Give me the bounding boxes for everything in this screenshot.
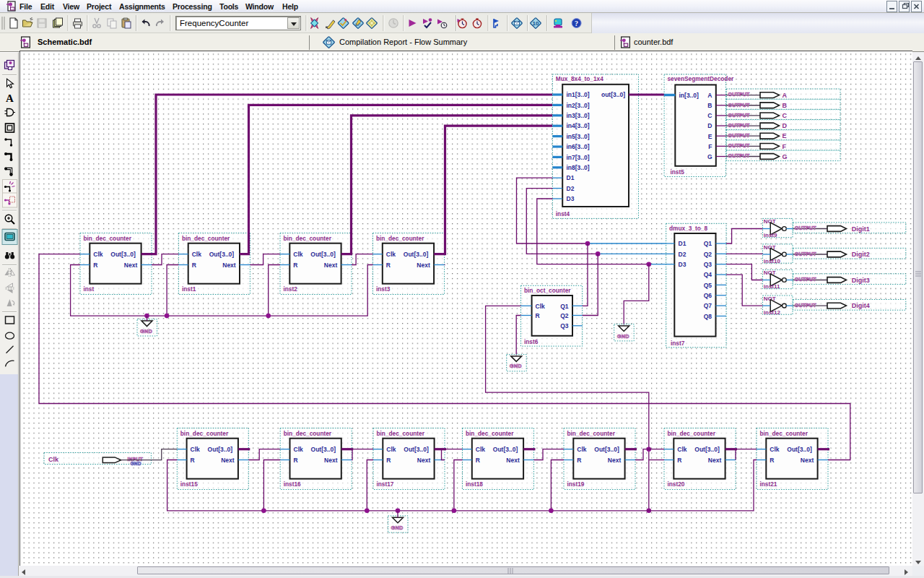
svg-text:Out[3..0]: Out[3..0] <box>694 446 720 453</box>
svg-text:inst19: inst19 <box>567 480 585 488</box>
svg-text:bin_dec_counter: bin_dec_counter <box>760 430 808 437</box>
svg-text:Next: Next <box>417 457 431 464</box>
svg-text:OUTPUT: OUTPUT <box>728 113 751 118</box>
svg-text:Clk: Clk <box>677 446 687 453</box>
svg-text:Out[3..0]: Out[3..0] <box>404 251 429 258</box>
svg-text:Next: Next <box>324 262 338 269</box>
svg-text:Clk: Clk <box>93 251 103 258</box>
svg-text:Digit1: Digit1 <box>852 225 870 233</box>
svg-text:A: A <box>783 92 788 99</box>
svg-text:OUTPUT: OUTPUT <box>795 251 817 256</box>
svg-text:OUTPUT: OUTPUT <box>728 92 751 97</box>
svg-text:Next: Next <box>324 457 338 464</box>
svg-text:Mux_8x4_to_1x4: Mux_8x4_to_1x4 <box>556 75 603 82</box>
svg-text:Next: Next <box>801 457 814 464</box>
svg-text:inst11: inst11 <box>764 283 780 290</box>
svg-text:OUTPUT: OUTPUT <box>728 153 751 158</box>
svg-text:G: G <box>783 153 788 160</box>
svg-text:Digit2: Digit2 <box>852 251 870 258</box>
svg-text:bin_dec_counter: bin_dec_counter <box>284 430 332 437</box>
svg-text:Out[3..0]: Out[3..0] <box>493 446 518 453</box>
svg-text:Digit4: Digit4 <box>852 302 870 309</box>
svg-text:NOT: NOT <box>764 218 776 225</box>
svg-text:D: D <box>707 122 712 129</box>
svg-text:D3: D3 <box>567 195 575 202</box>
svg-text:sevenSegmentDecoder: sevenSegmentDecoder <box>668 75 735 82</box>
svg-text:F: F <box>783 143 787 150</box>
svg-text:inst17: inst17 <box>377 480 394 488</box>
svg-text:F: F <box>708 143 712 150</box>
svg-text:R: R <box>577 457 581 464</box>
svg-text:B: B <box>707 102 712 109</box>
svg-text:inst4: inst4 <box>556 210 570 217</box>
svg-text:inst10: inst10 <box>764 258 781 264</box>
svg-text:Q1: Q1 <box>560 303 569 310</box>
svg-text:GND: GND <box>140 328 152 335</box>
svg-text:bin_dec_counter: bin_dec_counter <box>668 430 716 437</box>
svg-text:R: R <box>536 312 540 319</box>
svg-text:Digit3: Digit3 <box>852 277 870 284</box>
svg-text:?: ? <box>575 20 578 27</box>
svg-text:NOT: NOT <box>764 244 776 251</box>
svg-text:Next: Next <box>417 262 430 269</box>
svg-text:in7[3..0]: in7[3..0] <box>567 154 590 161</box>
svg-text:OUTPUT: OUTPUT <box>795 225 817 230</box>
svg-text:bin_dec_counter: bin_dec_counter <box>377 430 425 437</box>
svg-text:D1: D1 <box>567 174 575 181</box>
svg-text:B: B <box>783 102 788 109</box>
svg-text:bin_dec_counter: bin_dec_counter <box>180 430 229 437</box>
svg-text:Clk: Clk <box>294 446 304 453</box>
svg-text:Q5: Q5 <box>704 282 712 289</box>
svg-text:Out[3..0]: Out[3..0] <box>110 251 136 258</box>
svg-text:dmux_3_to_8: dmux_3_to_8 <box>669 225 707 232</box>
svg-text:out[3..0]: out[3..0] <box>601 91 625 98</box>
svg-text:inst12: inst12 <box>764 309 781 316</box>
svg-text:E: E <box>783 132 787 139</box>
svg-text:Clk: Clk <box>536 303 546 310</box>
svg-text:bin_dec_counter: bin_dec_counter <box>182 235 230 242</box>
svg-text:Q6: Q6 <box>704 292 712 299</box>
svg-text:in1[3..0]: in1[3..0] <box>567 91 590 98</box>
svg-text:inst1: inst1 <box>182 285 196 293</box>
svg-text:in6[3..0]: in6[3..0] <box>567 143 590 150</box>
svg-text:Next: Next <box>222 262 236 269</box>
svg-text:inst7: inst7 <box>671 340 685 347</box>
svg-text:Clk: Clk <box>293 251 303 258</box>
svg-text:A: A <box>707 92 712 99</box>
svg-text:OUTPUT: OUTPUT <box>728 123 751 128</box>
svg-text:Next: Next <box>221 457 235 464</box>
svg-text:A: A <box>6 92 14 104</box>
svg-text:GND: GND <box>617 333 629 340</box>
svg-text:10: 10 <box>533 20 539 27</box>
svg-text:Out[3..0]: Out[3..0] <box>787 446 812 453</box>
svg-text:OUTPUT: OUTPUT <box>728 133 751 138</box>
svg-text:R: R <box>386 262 391 269</box>
svg-text:NOT: NOT <box>764 296 776 302</box>
svg-text:Out[3..0]: Out[3..0] <box>594 446 619 453</box>
svg-text:D2: D2 <box>567 185 575 192</box>
svg-text:R: R <box>293 262 297 269</box>
svg-text:Next: Next <box>708 457 722 464</box>
svg-text:E: E <box>708 133 712 140</box>
svg-text:Q7: Q7 <box>704 302 712 309</box>
svg-text:R: R <box>677 457 681 464</box>
svg-text:C: C <box>707 112 712 119</box>
svg-text:inst21: inst21 <box>760 480 777 488</box>
svg-text:inst20: inst20 <box>668 480 685 488</box>
svg-text:GND: GND <box>510 363 522 369</box>
svg-text:R: R <box>191 457 195 464</box>
svg-text:Clk: Clk <box>577 446 587 453</box>
svg-text:R: R <box>93 262 97 269</box>
svg-text:C: C <box>783 112 788 119</box>
svg-text:G: G <box>707 153 712 160</box>
svg-text:inst2: inst2 <box>284 285 298 293</box>
svg-text:Next: Next <box>608 457 622 464</box>
svg-text:D3: D3 <box>679 261 687 268</box>
svg-text:Q2: Q2 <box>704 251 712 258</box>
svg-text:OUTPUT: OUTPUT <box>795 277 817 282</box>
svg-text:R: R <box>386 457 391 464</box>
svg-text:OUTPUT: OUTPUT <box>728 143 751 148</box>
svg-text:in3[3..0]: in3[3..0] <box>567 112 590 119</box>
svg-text:bin_dec_counter: bin_dec_counter <box>466 430 514 437</box>
svg-text:Out[3..0]: Out[3..0] <box>208 446 233 453</box>
